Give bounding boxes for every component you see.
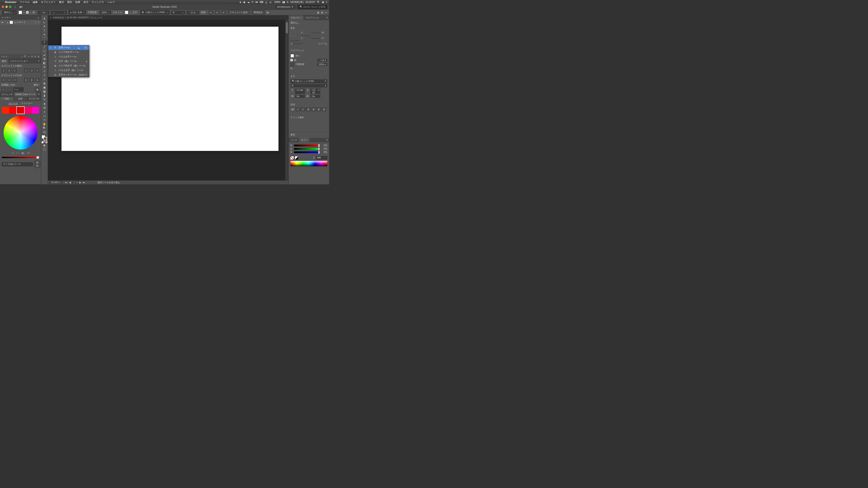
menu-select[interactable]: 選択 (67, 0, 72, 4)
menu-help[interactable]: ヘルプ (107, 0, 115, 4)
flyout-area-type-tool[interactable]: ⊞エリア内文字ツール (48, 50, 89, 55)
flip-v-icon[interactable]: ▽△ (324, 42, 327, 45)
cc-icon[interactable]: ◉ (243, 1, 246, 4)
toggle-fill-stroke[interactable]: ⊡ (41, 130, 48, 134)
color-menu-icon[interactable]: ≡ (324, 138, 329, 142)
vertical-scrollbar[interactable] (285, 20, 288, 180)
subtab-create[interactable]: 作成 (0, 97, 13, 101)
battery-icon[interactable]: ▮▮ (282, 1, 285, 4)
x-value[interactable] (311, 33, 320, 33)
dist-hcenter-btn[interactable]: ‖ (30, 78, 34, 82)
visibility-icon[interactable]: 👁 (1, 21, 4, 24)
flyout-type-tool[interactable]: •T文字ツール(T) (48, 45, 89, 50)
props-menu-icon[interactable]: ≡ (324, 15, 329, 20)
g-slider[interactable] (294, 148, 320, 150)
width-tool[interactable]: ✧ (41, 73, 48, 77)
para-center-btn[interactable]: ≡ (296, 107, 300, 111)
hex-input[interactable] (316, 156, 327, 160)
document-tab[interactable]: × 名称未設定-1 @ 58.48% (RGB/GPU プレビュー) (48, 15, 288, 20)
menu-window[interactable]: ウィンドウ (92, 0, 104, 4)
shaper-tool[interactable]: ✿ (41, 57, 48, 61)
flyout-touch-type-tool[interactable]: ⊡文字タッチツール(Shift+T) (48, 72, 89, 77)
bluetooth-icon[interactable]: ⧓ (255, 1, 258, 4)
new-layer-icon[interactable]: ⊞ (34, 55, 36, 58)
screen-mode-icon[interactable]: ▢ (41, 147, 48, 151)
swatch-menu-icon[interactable]: ≡ (37, 92, 41, 97)
appearance-more-icon[interactable]: ⋯ (289, 71, 329, 73)
save-theme-button[interactable]: 保存 (34, 160, 40, 168)
stroke-swatch-prop[interactable] (290, 59, 293, 61)
mesh-tool[interactable]: ▦ (41, 90, 48, 94)
curvature-tool[interactable]: ⌒ (41, 37, 48, 41)
slider-tab[interactable]: スライダー (21, 102, 33, 105)
menu-object[interactable]: オブジェクト (41, 0, 56, 4)
delete-layer-icon[interactable]: 🗑 (37, 55, 39, 58)
h-value[interactable] (290, 40, 300, 41)
subtab-explore[interactable]: 探索 (13, 97, 27, 101)
menu-edit[interactable]: 編集 (33, 0, 38, 4)
color-mode-icons[interactable] (41, 141, 48, 143)
volume-icon[interactable]: 🔉 (269, 1, 272, 4)
kerning-prop[interactable]: ↕ 0▾ (295, 95, 305, 98)
align-right-icon[interactable]: ≡ (221, 10, 226, 14)
home-icon[interactable]: ⌂ (14, 5, 16, 8)
locate-icon[interactable]: ⎋ (22, 55, 23, 58)
dist-left-btn[interactable]: ‖ (24, 78, 28, 82)
expand-icon[interactable]: ▸ (7, 21, 8, 24)
fx-label[interactable]: fx. (290, 67, 293, 70)
align-to-icon[interactable]: ┣▾ (267, 11, 269, 14)
gpu-icon[interactable]: ▦ (317, 11, 319, 14)
leading-prop[interactable]: ↕ (21 pt)▾ (310, 89, 320, 94)
rotate-tool[interactable]: ⟳ (41, 65, 48, 69)
align-vcenter-btn[interactable]: ┼ (30, 68, 34, 72)
dist-bottom-btn[interactable]: ≡ (13, 78, 17, 82)
theme-color-strip[interactable] (2, 107, 39, 113)
paintbrush-tool[interactable]: 🖌 (41, 53, 48, 57)
sync-icon[interactable]: ⟳ (252, 1, 254, 4)
angle-value[interactable] (293, 43, 303, 44)
flyout-vertical-area-type-tool[interactable]: ⊞エリア内文字（縦）ツール (48, 64, 89, 68)
wheel-tab[interactable]: ホイール (8, 102, 18, 105)
select-indicator[interactable] (38, 22, 39, 23)
clip-icon[interactable]: ▭ (28, 55, 30, 58)
magic-wand-tool[interactable]: ✦ (41, 24, 48, 29)
menu-file[interactable]: ファイル (20, 0, 30, 4)
align-top-btn[interactable]: ┬ (24, 68, 28, 72)
style-swatch[interactable] (125, 11, 128, 14)
perspective-tool[interactable]: ▣ (41, 86, 48, 90)
pen-tool[interactable]: ✒ (41, 33, 48, 37)
link-icon[interactable]: ⟲ (27, 152, 29, 155)
slice-tool[interactable]: ✂ (41, 118, 48, 122)
font-size[interactable]: ↕ 12 pt (187, 11, 199, 14)
para-justify-all-btn[interactable]: ≣ (322, 107, 326, 111)
transform-more-icon[interactable]: ⋯ (289, 45, 329, 48)
layers-menu-icon[interactable]: ≡ (38, 17, 39, 19)
selection-type[interactable]: 選択なし (2, 10, 17, 14)
opacity-icon[interactable] (290, 63, 294, 66)
tab-align[interactable]: 整列 (0, 59, 8, 64)
space-v-btn[interactable]: ↕ (1, 88, 6, 92)
para-justify-right-btn[interactable]: ≣ (316, 107, 321, 111)
align-bottom-btn[interactable]: ┴ (35, 68, 39, 72)
tab-color[interactable]: カラー (299, 138, 309, 142)
time[interactable]: 15:29:07 (305, 1, 315, 3)
direct-selection-tool[interactable]: ▷ (41, 20, 48, 24)
reference-point[interactable] (290, 31, 296, 36)
selection-tool[interactable]: ▲ (41, 16, 48, 20)
tab-pathfinder[interactable]: パスファインダー (8, 59, 30, 64)
menu-effect[interactable]: 効果 (75, 0, 80, 4)
zoom-tool[interactable]: 🔍 (41, 126, 48, 130)
para-justify-left-btn[interactable]: ≣ (306, 107, 311, 111)
font-family[interactable]: 🔍 小塚ゴシック Pr6N (140, 10, 169, 14)
dist-vcenter-btn[interactable]: ≡ (7, 78, 11, 82)
font-family-prop[interactable]: 🔍 小塚ゴシック Pr6N▾ (290, 79, 327, 84)
workspace-switcher[interactable]: Architecture▾ (275, 5, 296, 9)
align-left-btn[interactable]: ├ (1, 68, 6, 72)
font-style-prop[interactable]: R▾ (290, 84, 327, 88)
align-menu-icon[interactable]: ≡ (36, 59, 41, 64)
lasso-tool[interactable]: ⌇ (41, 29, 48, 33)
scale-tool[interactable]: ⤢ (41, 69, 48, 73)
minimize-button[interactable] (5, 6, 8, 8)
spacing-input[interactable] (13, 88, 24, 92)
edit-toolbar-icon[interactable]: ⋯ (43, 153, 46, 156)
